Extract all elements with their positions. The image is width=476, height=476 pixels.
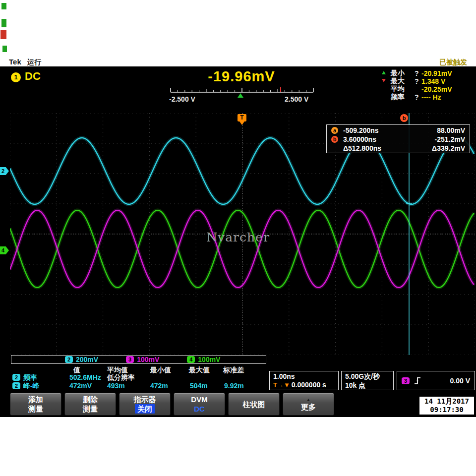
cursor-delta-row: Δ512.800ns Δ339.2mV (327, 144, 470, 153)
measure-row1-channel-badge: 2 (12, 374, 20, 381)
trigger-readout: 3 0.00 V (397, 371, 475, 390)
channel-4-scale: 4 100mV (187, 356, 220, 363)
photo-artifact (0, 30, 6, 39)
measure-row2-mean: 493m (107, 382, 125, 390)
min-arrow-icon (382, 71, 386, 74)
dvm-scale-max-label: 2.500 V (285, 95, 308, 103)
trigger-level: 0.00 V (450, 377, 470, 385)
trigger-arrow-icon (239, 121, 244, 125)
cursor-b-time: 3.60000ns (343, 135, 435, 143)
dvm-stat-max: 最大 ? 1.348 V (391, 77, 452, 85)
trigger-position-icon: T→▼ (273, 381, 290, 389)
menu-button-more[interactable]: ▲ 更多 (283, 393, 334, 416)
cursor-b-volt: -251.2mV (435, 135, 465, 143)
channel-3-volts-per-div: 100mV (137, 356, 159, 363)
measure-row1-value: 502.6MHz (69, 373, 101, 381)
measure-header-std: 标准差 (223, 366, 244, 375)
max-arrow-icon (382, 79, 386, 82)
photo-artifact (1, 3, 6, 9)
dvm-stat-freq: 频率 ? ---- Hz (391, 93, 452, 101)
watermark: Nvarcher (198, 230, 278, 244)
more-arrow-icon: ▲ (306, 397, 311, 402)
menu-button-delete-measurement[interactable]: 删除 测量 (64, 393, 116, 416)
sample-rate: 5.00G次/秒 (345, 372, 390, 381)
dvm-mode-label: DC (25, 70, 41, 83)
rising-edge-icon (414, 376, 421, 385)
scope-display: 1 DC -19.96mV -2.500 V 2.500 V 最小 ? -20.… (0, 66, 476, 417)
channel-4-ground-marker: 4 (0, 246, 9, 254)
measure-row2-min: 472m (150, 382, 168, 390)
measure-row2-std: 9.92m (224, 382, 244, 390)
cursor-b-row: b 3.60000ns -251.2mV (327, 135, 470, 144)
record-length: 10k 点 (345, 381, 390, 390)
time-label: 09:17:30 (419, 406, 474, 414)
dvm-statistics: 最小 ? -20.91mV 最大 ? 1.348 V 平均 -20.25mV 频… (391, 69, 452, 101)
dvm-scale-min-marker-icon (238, 93, 243, 98)
horizontal-readout: 1.00ns T→▼ 0.000000 s (269, 371, 339, 390)
measure-header-min: 最小值 (150, 366, 171, 375)
menu-button-add-measurement[interactable]: 添加 测量 (10, 393, 61, 416)
dvm-channel-badge: 1 (11, 72, 21, 82)
cursor-delta-time: Δ512.800ns (343, 144, 432, 152)
cursor-b-marker: b (400, 114, 408, 122)
photo-artifact (1, 19, 6, 27)
cursor-readout: a -509.200ns 88.00mV b 3.60000ns -251.2m… (326, 124, 470, 153)
measure-row2-name: 峰-峰 (23, 382, 40, 391)
measure-row2-max: 504m (190, 382, 208, 390)
menu-button-dvm[interactable]: DVM DC (174, 393, 225, 416)
dvm-stat-mean: 平均 -20.25mV (391, 85, 452, 93)
dvm-reading: -19.96mV (192, 68, 291, 85)
channel-2-ground-marker: 2 (0, 167, 9, 175)
tek-logo: Tek (9, 58, 21, 66)
channel-2-scale: 2 200mV (65, 356, 98, 363)
status-bar: Tek 运行 已被触发 (0, 58, 476, 66)
menu-button-indicators[interactable]: 指示器 关闭 (119, 393, 171, 416)
measure-row2-value: 472mV (69, 382, 92, 390)
cursor-a-row: a -509.200ns 88.00mV (327, 126, 470, 135)
measure-header-max: 最大值 (189, 366, 210, 375)
dvm-scale-max-marker-icon (280, 87, 281, 92)
trigger-state: 已被触发 (439, 58, 467, 67)
acquisition-readout: 5.00G次/秒 10k 点 (341, 371, 394, 390)
photo-artifact (2, 46, 7, 52)
channel-4-badge: 4 (187, 356, 195, 363)
measure-row1-name: 频率 (23, 373, 37, 382)
cursor-b-badge: b (331, 136, 338, 143)
cursor-a-volt: 88.00mV (437, 126, 465, 134)
channel-3-badge: 3 (126, 356, 134, 363)
horizontal-scale: 1.00ns (273, 372, 335, 380)
oscilloscope-screenshot: Tek 运行 已被触发 1 DC -19.96mV -2.500 V 2.500… (0, 0, 476, 476)
trigger-position-marker: T (238, 114, 246, 121)
dvm-scale-min-label: -2.500 V (169, 95, 195, 103)
cursor-delta-spacer (331, 145, 338, 152)
run-state: 运行 (27, 58, 41, 67)
channel-4-volts-per-div: 100mV (198, 356, 220, 363)
trigger-source-badge: 3 (402, 377, 410, 384)
date-label: 14 11月2017 (419, 397, 474, 406)
dvm-stat-min: 最小 ? -20.91mV (391, 69, 452, 77)
cursor-delta-volt: Δ339.2mV (432, 144, 465, 152)
channel-3-scale: 3 100mV (126, 356, 159, 363)
channel-2-badge: 2 (65, 356, 73, 363)
datetime-box: 14 11月2017 09:17:30 (419, 396, 475, 415)
menu-button-histogram[interactable]: 柱状图 (228, 393, 280, 416)
measure-row2-channel-badge: 2 (12, 382, 20, 389)
channel-2-volts-per-div: 200mV (76, 356, 98, 363)
horizontal-position: 0.000000 s (292, 381, 326, 389)
measure-row1-mean: 低分辨率 (107, 373, 135, 382)
channel-scale-bar: 2 200mV 3 100mV 4 100mV (11, 355, 266, 364)
cursor-a-badge: a (331, 127, 338, 134)
cursor-a-time: -509.200ns (343, 126, 437, 134)
